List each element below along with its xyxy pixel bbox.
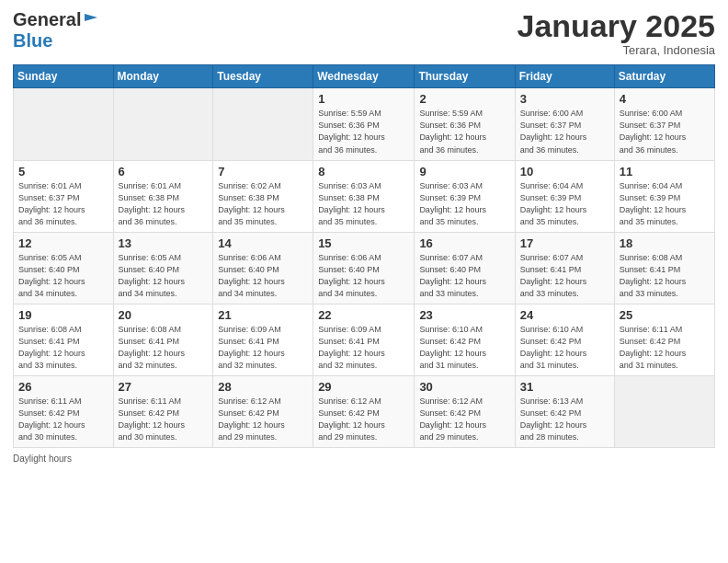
day-number: 10	[520, 165, 609, 178]
table-row: 15Sunrise: 6:06 AM Sunset: 6:40 PM Dayli…	[313, 232, 415, 304]
table-row	[113, 88, 213, 160]
calendar-header-row: SundayMondayTuesdayWednesdayThursdayFrid…	[14, 65, 715, 88]
day-info: Sunrise: 6:03 AM Sunset: 6:38 PM Dayligh…	[318, 180, 409, 228]
table-row: 29Sunrise: 6:12 AM Sunset: 6:42 PM Dayli…	[313, 376, 415, 448]
table-row: 1Sunrise: 5:59 AM Sunset: 6:36 PM Daylig…	[313, 88, 415, 160]
subtitle: Terara, Indonesia	[518, 43, 716, 57]
table-row: 2Sunrise: 5:59 AM Sunset: 6:36 PM Daylig…	[415, 88, 515, 160]
table-row	[14, 88, 114, 160]
table-row: 16Sunrise: 6:07 AM Sunset: 6:40 PM Dayli…	[415, 232, 515, 304]
table-row: 23Sunrise: 6:10 AM Sunset: 6:42 PM Dayli…	[415, 304, 515, 375]
day-info: Sunrise: 6:01 AM Sunset: 6:38 PM Dayligh…	[119, 180, 209, 228]
day-number: 27	[119, 380, 209, 394]
table-row: 12Sunrise: 6:05 AM Sunset: 6:40 PM Dayli…	[14, 232, 114, 304]
day-number: 9	[419, 165, 509, 178]
calendar-week-row: 26Sunrise: 6:11 AM Sunset: 6:42 PM Dayli…	[14, 376, 715, 448]
table-row: 28Sunrise: 6:12 AM Sunset: 6:42 PM Dayli…	[213, 376, 313, 448]
day-info: Sunrise: 6:04 AM Sunset: 6:39 PM Dayligh…	[520, 180, 609, 228]
table-row: 22Sunrise: 6:09 AM Sunset: 6:41 PM Dayli…	[313, 304, 415, 375]
calendar-week-row: 1Sunrise: 5:59 AM Sunset: 6:36 PM Daylig…	[14, 88, 715, 160]
day-number: 18	[620, 236, 710, 250]
day-info: Sunrise: 6:12 AM Sunset: 6:42 PM Dayligh…	[218, 396, 308, 443]
day-number: 14	[218, 236, 308, 250]
table-row: 7Sunrise: 6:02 AM Sunset: 6:38 PM Daylig…	[213, 160, 313, 232]
day-number: 15	[318, 236, 409, 250]
calendar-day-header: Saturday	[614, 65, 714, 88]
calendar-week-row: 12Sunrise: 6:05 AM Sunset: 6:40 PM Dayli…	[14, 232, 715, 304]
logo: General Blue	[13, 9, 99, 52]
table-row: 13Sunrise: 6:05 AM Sunset: 6:40 PM Dayli…	[113, 232, 213, 304]
day-info: Sunrise: 6:03 AM Sunset: 6:39 PM Dayligh…	[419, 180, 509, 228]
table-row: 10Sunrise: 6:04 AM Sunset: 6:39 PM Dayli…	[515, 160, 614, 232]
day-info: Sunrise: 6:00 AM Sunset: 6:37 PM Dayligh…	[520, 108, 609, 155]
table-row: 21Sunrise: 6:09 AM Sunset: 6:41 PM Dayli…	[213, 304, 313, 375]
day-number: 8	[318, 165, 409, 178]
table-row: 5Sunrise: 6:01 AM Sunset: 6:37 PM Daylig…	[14, 160, 114, 232]
day-number: 12	[18, 236, 108, 250]
table-row: 25Sunrise: 6:11 AM Sunset: 6:42 PM Dayli…	[614, 304, 714, 375]
day-info: Sunrise: 6:06 AM Sunset: 6:40 PM Dayligh…	[318, 252, 409, 300]
day-info: Sunrise: 6:13 AM Sunset: 6:42 PM Dayligh…	[520, 396, 609, 443]
day-number: 11	[620, 165, 710, 178]
table-row: 9Sunrise: 6:03 AM Sunset: 6:39 PM Daylig…	[415, 160, 515, 232]
day-info: Sunrise: 6:12 AM Sunset: 6:42 PM Dayligh…	[419, 396, 509, 443]
logo-blue-text: Blue	[13, 30, 52, 52]
day-info: Sunrise: 6:10 AM Sunset: 6:42 PM Dayligh…	[419, 324, 509, 372]
day-info: Sunrise: 6:09 AM Sunset: 6:41 PM Dayligh…	[318, 324, 409, 372]
table-row: 18Sunrise: 6:08 AM Sunset: 6:41 PM Dayli…	[614, 232, 714, 304]
table-row	[614, 376, 714, 448]
day-number: 31	[520, 380, 609, 394]
table-row: 31Sunrise: 6:13 AM Sunset: 6:42 PM Dayli…	[515, 376, 614, 448]
day-info: Sunrise: 6:06 AM Sunset: 6:40 PM Dayligh…	[218, 252, 308, 300]
calendar-day-header: Wednesday	[313, 65, 415, 88]
day-number: 24	[520, 308, 609, 322]
day-number: 19	[18, 308, 108, 322]
svg-marker-0	[85, 14, 97, 21]
day-info: Sunrise: 6:11 AM Sunset: 6:42 PM Dayligh…	[119, 396, 209, 443]
day-info: Sunrise: 6:11 AM Sunset: 6:42 PM Dayligh…	[620, 324, 710, 372]
table-row: 26Sunrise: 6:11 AM Sunset: 6:42 PM Dayli…	[14, 376, 114, 448]
day-info: Sunrise: 6:01 AM Sunset: 6:37 PM Dayligh…	[18, 180, 108, 228]
table-row: 8Sunrise: 6:03 AM Sunset: 6:38 PM Daylig…	[313, 160, 415, 232]
table-row: 14Sunrise: 6:06 AM Sunset: 6:40 PM Dayli…	[213, 232, 313, 304]
day-number: 25	[620, 308, 710, 322]
table-row: 6Sunrise: 6:01 AM Sunset: 6:38 PM Daylig…	[113, 160, 213, 232]
day-number: 20	[119, 308, 209, 322]
table-row: 27Sunrise: 6:11 AM Sunset: 6:42 PM Dayli…	[113, 376, 213, 448]
day-number: 6	[119, 165, 209, 178]
table-row: 30Sunrise: 6:12 AM Sunset: 6:42 PM Dayli…	[415, 376, 515, 448]
daylight-label: Daylight hours	[13, 454, 72, 464]
table-row: 11Sunrise: 6:04 AM Sunset: 6:39 PM Dayli…	[614, 160, 714, 232]
day-info: Sunrise: 6:08 AM Sunset: 6:41 PM Dayligh…	[620, 252, 710, 300]
calendar-day-header: Sunday	[14, 65, 114, 88]
day-number: 26	[18, 380, 108, 394]
table-row	[213, 88, 313, 160]
day-number: 7	[218, 165, 308, 178]
day-info: Sunrise: 6:05 AM Sunset: 6:40 PM Dayligh…	[18, 252, 108, 300]
day-info: Sunrise: 6:09 AM Sunset: 6:41 PM Dayligh…	[218, 324, 308, 372]
calendar-day-header: Monday	[113, 65, 213, 88]
logo-flag-icon	[83, 12, 99, 29]
table-row: 4Sunrise: 6:00 AM Sunset: 6:37 PM Daylig…	[614, 88, 714, 160]
day-info: Sunrise: 5:59 AM Sunset: 6:36 PM Dayligh…	[318, 108, 409, 155]
day-number: 13	[119, 236, 209, 250]
calendar-day-header: Tuesday	[213, 65, 313, 88]
day-info: Sunrise: 6:07 AM Sunset: 6:41 PM Dayligh…	[520, 252, 609, 300]
table-row: 20Sunrise: 6:08 AM Sunset: 6:41 PM Dayli…	[113, 304, 213, 375]
day-info: Sunrise: 6:10 AM Sunset: 6:42 PM Dayligh…	[520, 324, 609, 372]
day-info: Sunrise: 6:12 AM Sunset: 6:42 PM Dayligh…	[318, 396, 409, 443]
calendar-day-header: Thursday	[415, 65, 515, 88]
table-row: 3Sunrise: 6:00 AM Sunset: 6:37 PM Daylig…	[515, 88, 614, 160]
calendar-week-row: 19Sunrise: 6:08 AM Sunset: 6:41 PM Dayli…	[14, 304, 715, 375]
calendar-table: SundayMondayTuesdayWednesdayThursdayFrid…	[13, 64, 715, 448]
day-number: 5	[18, 165, 108, 178]
day-number: 23	[419, 308, 509, 322]
footer-note: Daylight hours	[13, 454, 715, 464]
header: General Blue January 2025 Terara, Indone…	[13, 9, 715, 57]
day-number: 17	[520, 236, 609, 250]
calendar-week-row: 5Sunrise: 6:01 AM Sunset: 6:37 PM Daylig…	[14, 160, 715, 232]
day-number: 16	[419, 236, 509, 250]
title-block: January 2025 Terara, Indonesia	[518, 9, 716, 57]
day-info: Sunrise: 6:08 AM Sunset: 6:41 PM Dayligh…	[18, 324, 108, 372]
calendar-day-header: Friday	[515, 65, 614, 88]
